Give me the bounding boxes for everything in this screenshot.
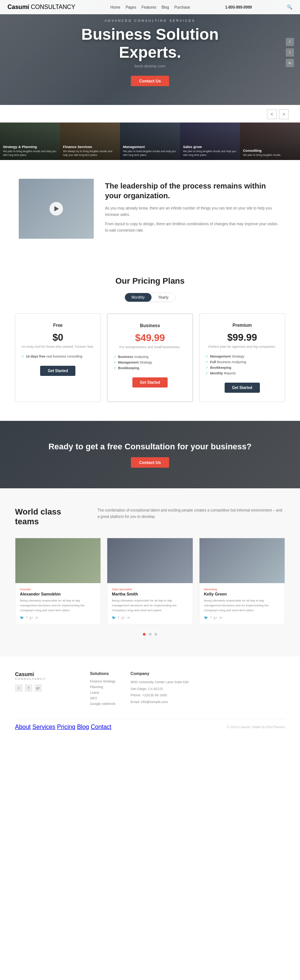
twitter-icon[interactable]: 🐦 <box>112 616 116 619</box>
team-body-0: Founder Alexander Samokhin Being ultimat… <box>15 583 101 624</box>
cta-banner: Ready to get a free Consultation for you… <box>0 421 300 488</box>
slider-prev-button[interactable]: < <box>267 110 277 119</box>
plan-feature: ✓ Full Business Analyzing <box>206 360 279 364</box>
footer-facebook-icon[interactable]: f <box>25 684 32 692</box>
slider-navigation: < > <box>0 105 300 123</box>
twitter-icon[interactable]: 🐦 <box>204 616 208 619</box>
plan-name-free: Free <box>21 323 94 328</box>
nav-blog[interactable]: Blog <box>162 5 169 10</box>
footer-link-planning[interactable]: Planning <box>90 685 115 689</box>
check-icon: ✓ <box>113 361 116 364</box>
service-card-3[interactable]: Sales grow We plan to bring tangible res… <box>180 123 240 160</box>
nav-pages[interactable]: Pages <box>126 5 136 10</box>
services-strip: Strategy & Planning We plan to bring tan… <box>0 123 300 160</box>
nav-purchase[interactable]: Purchase <box>174 5 190 10</box>
footer-pricing-link[interactable]: Pricing <box>57 724 75 730</box>
hero-cta-button[interactable]: Contact Us <box>131 76 169 86</box>
team-card-2: Marketing Kelly Green Being ultimately r… <box>199 538 285 624</box>
linkedin-icon[interactable]: in <box>128 616 130 619</box>
service-card-2[interactable]: Management We plan to build tangible res… <box>120 123 180 160</box>
nav-logo: Casumi CONSULTANCY <box>8 4 75 11</box>
check-icon: ✓ <box>113 366 116 370</box>
team-img-1 <box>107 538 192 583</box>
footer-twitter-icon[interactable]: t <box>15 684 22 692</box>
gplus-icon[interactable]: g+ <box>121 616 125 619</box>
team-role-2: Marketing <box>204 588 280 591</box>
plan-desc-free: An entry tool for those who started. For… <box>21 345 94 348</box>
slider-next-button[interactable]: > <box>279 110 289 119</box>
facebook-icon[interactable]: f <box>118 616 119 619</box>
facebook-icon[interactable]: f <box>26 616 27 619</box>
linkedin-icon[interactable]: in <box>219 616 222 619</box>
footer-solutions-title: Solutions <box>90 671 115 676</box>
plan-cta-business[interactable]: Get Started <box>132 377 168 388</box>
facebook-icon[interactable]: f <box>286 38 294 46</box>
nav-features[interactable]: Features <box>141 5 156 10</box>
plan-cta-free[interactable]: Get Started <box>40 366 75 376</box>
footer-link-finance[interactable]: Finance Strategy <box>90 679 115 683</box>
plan-feature: ✓ Management Strategy <box>206 355 279 358</box>
footer-copyright: © 2019 Casumi. Made by EleoThemes <box>227 725 285 729</box>
pricing-card-premium: Premium $99.99 Perfect plan for agencies… <box>199 313 285 402</box>
team-desc-2: Being ultimately responsible for all day… <box>204 598 280 613</box>
footer-about-link[interactable]: About <box>15 724 31 730</box>
footer-link-seo[interactable]: SEO <box>90 696 115 700</box>
footer-link-loans[interactable]: Loans <box>90 691 115 694</box>
footer-contact-link[interactable]: Contact <box>91 724 112 730</box>
service-card-0[interactable]: Strategy & Planning We plan to bring tan… <box>0 123 60 160</box>
footer-bottom: About Services Pricing Blog Contact © 20… <box>15 719 285 730</box>
play-circle <box>49 202 63 215</box>
hero-content: ADVANCED CONSULTING SERVICES Business So… <box>81 19 219 87</box>
plan-features-business: ✓ Business Analyzing ✓ Management Strate… <box>113 355 187 370</box>
cta-heading: Ready to get a free Consultation for you… <box>48 441 252 452</box>
team-role-0: Founder <box>20 588 96 591</box>
team-desc-1: Being ultimately responsible for all day… <box>112 598 188 613</box>
plan-feature: ✓ Management Strategy <box>113 361 187 364</box>
gplus-icon[interactable]: g+ <box>213 616 217 619</box>
nav-home[interactable]: Home <box>110 5 120 10</box>
service-card-4[interactable]: Consulting We plan to bring tangible res… <box>240 123 300 160</box>
footer-link-adwords[interactable]: Google AdWords <box>90 702 115 706</box>
team-body-1: Data Specialist Martha Smith Being ultim… <box>107 583 192 624</box>
team-desc-0: Being ultimately responsible for all day… <box>20 598 96 613</box>
search-icon[interactable]: 🔍 <box>287 5 292 10</box>
plan-feature: ✓ 14 days free real business consulting <box>21 355 94 358</box>
team-carousel-dots <box>15 630 285 637</box>
tab-yearly[interactable]: Yearly <box>152 293 175 302</box>
footer-bottom-links: About Services Pricing Blog Contact <box>15 724 112 730</box>
linkedin-icon[interactable]: in <box>36 616 38 619</box>
team-card-1: Data Specialist Martha Smith Being ultim… <box>107 538 193 624</box>
team-socials-1: 🐦 f g+ in <box>112 616 188 619</box>
plan-name-premium: Premium <box>206 323 279 328</box>
tab-monthly[interactable]: Monthly <box>125 293 152 302</box>
linkedin-icon[interactable]: in <box>286 59 294 67</box>
gplus-icon[interactable]: g+ <box>30 616 34 619</box>
footer-logo: Casumi CONSULTANCY <box>15 671 75 681</box>
team-socials-0: 🐦 f g+ in <box>20 616 96 619</box>
footer-top: Casumi CONSULTANCY t f g+ Solutions Fina… <box>15 671 285 708</box>
carousel-dot-active[interactable] <box>143 633 145 636</box>
pricing-heading: Our Pricing Plans <box>15 276 285 286</box>
carousel-dot-2[interactable] <box>149 633 152 636</box>
twitter-icon[interactable]: 🐦 <box>20 616 24 619</box>
plan-cta-premium[interactable]: Get Started <box>225 383 260 393</box>
facebook-icon[interactable]: f <box>211 616 212 619</box>
footer-gplus-icon[interactable]: g+ <box>35 684 42 692</box>
twitter-icon[interactable]: t <box>286 48 294 57</box>
about-text: The leadership of the process remains wi… <box>105 181 281 237</box>
navbar: Casumi CONSULTANCY Home Pages Features B… <box>0 0 300 14</box>
footer-company-title: Company <box>131 671 188 676</box>
plan-price-premium: $99.99 <box>206 332 279 343</box>
footer-brand: Casumi CONSULTANCY t f g+ <box>15 671 75 708</box>
service-card-1[interactable]: Finance Services We always try to bring … <box>60 123 120 160</box>
team-intro: The combination of exceptional talent an… <box>97 507 285 520</box>
footer-blog-link[interactable]: Blog <box>77 724 89 730</box>
carousel-dot-3[interactable] <box>155 633 157 636</box>
team-body-2: Marketing Kelly Green Being ultimately r… <box>199 583 285 624</box>
cta-button[interactable]: Contact Us <box>131 457 169 468</box>
footer-address2: San Diego, CA 92122 <box>131 686 188 691</box>
footer-services-link[interactable]: Services <box>32 724 55 730</box>
play-button[interactable] <box>19 179 94 239</box>
pricing-card-free: Free $0 An entry tool for those who star… <box>15 313 101 402</box>
plan-feature: ✓ Bookkeeping <box>113 366 187 370</box>
